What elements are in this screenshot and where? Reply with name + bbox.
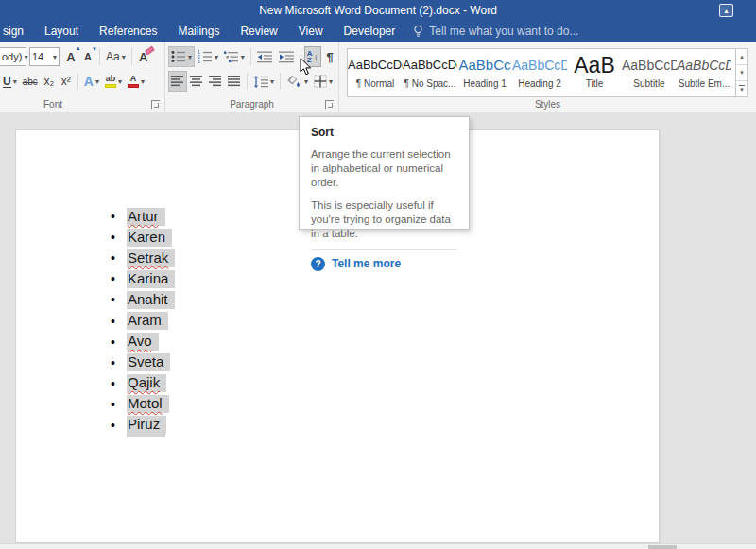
align-center-button[interactable]	[187, 71, 206, 92]
paragraph-dialog-launcher[interactable]	[325, 100, 334, 109]
list-item[interactable]: •Karina	[109, 268, 175, 289]
list-item[interactable]: •Sveta	[109, 352, 175, 373]
chevron-down-icon: ▾	[215, 53, 218, 61]
window-title: New Microsoft Word Document (2).docx - W…	[259, 4, 497, 17]
grow-font-button[interactable]: A▲	[62, 46, 79, 67]
tab-references[interactable]: References	[89, 21, 167, 42]
shrink-font-button[interactable]: A▼	[79, 46, 96, 67]
underline-button[interactable]: U▾	[0, 71, 20, 92]
horizontal-scrollbar[interactable]	[0, 543, 756, 549]
bullet-icon: •	[109, 376, 127, 391]
list-item[interactable]: •Anahit	[109, 289, 175, 310]
superscript-button[interactable]: x²	[58, 71, 75, 92]
align-right-button[interactable]	[206, 71, 225, 92]
tab-layout[interactable]: Layout	[34, 21, 89, 42]
bullet-icon: •	[109, 314, 127, 329]
strikethrough-button[interactable]: abc	[20, 71, 41, 92]
font-size-combo[interactable]: 14 ▾	[29, 47, 60, 66]
tab-review[interactable]: Review	[230, 21, 287, 42]
decrease-indent-icon	[257, 51, 273, 63]
style-subtitle[interactable]: AaBbCcD Subtitle	[622, 49, 677, 96]
multilevel-list-button[interactable]: ▾	[221, 46, 248, 67]
divider	[77, 73, 78, 90]
horizontal-scrollbar-thumb[interactable]	[648, 545, 677, 549]
list-item-text: Setrak	[127, 249, 175, 267]
list-item[interactable]: •Artur	[109, 206, 175, 227]
styles-scroll-up-button[interactable]: ▲	[736, 49, 747, 65]
style-no-spacing[interactable]: AaBbCcDc ¶ No Spac...	[403, 49, 457, 96]
font-group-label: Font	[0, 99, 164, 110]
bullet-icon: •	[109, 209, 127, 224]
font-color-button[interactable]: A ▾	[125, 71, 147, 92]
tooltip-body-1: Arrange the current selection in alphabe…	[311, 147, 457, 190]
change-case-button[interactable]: Aa▾	[103, 46, 129, 67]
tell-me-more-link[interactable]: ? Tell me more	[311, 257, 457, 271]
tab-mailings[interactable]: Mailings	[167, 21, 230, 42]
font-row-2: U▾ abc x₂ x² A▾ ab ▾	[0, 70, 164, 93]
subscript-button[interactable]: x₂	[41, 71, 58, 92]
font-name-combo[interactable]: ody) ▾	[0, 47, 26, 66]
list-item-text: Karina	[127, 270, 175, 288]
bullet-icon: •	[109, 418, 127, 433]
style-title[interactable]: AaB Title	[567, 49, 622, 96]
tab-developer[interactable]: Developer	[334, 21, 406, 42]
list-item[interactable]: •Setrak	[109, 248, 175, 268]
list-item[interactable]: •Qajik	[109, 373, 175, 394]
style-subtle-emphasis[interactable]: AaBbCcD Subtle Em...	[677, 49, 731, 96]
show-hide-marks-button[interactable]: ¶	[321, 46, 338, 67]
bullets-button[interactable]: ▾	[168, 46, 195, 67]
tooltip-body-2: This is especially useful if you're tryi…	[311, 198, 457, 241]
numbering-button[interactable]: 1 2 3 ▾	[195, 46, 221, 67]
help-circle-icon: ?	[311, 257, 325, 271]
ribbon-display-options-icon[interactable]: ▲	[719, 4, 733, 17]
svg-text:3: 3	[198, 59, 200, 63]
align-left-button[interactable]	[168, 71, 187, 92]
chevron-down-icon: ▾	[24, 53, 27, 61]
bullet-icon: •	[109, 335, 127, 350]
font-dialog-launcher[interactable]	[151, 100, 160, 109]
list-item-text: Artur	[127, 208, 165, 226]
word-window: New Microsoft Word Document (2).docx - W…	[0, 0, 756, 549]
text-highlight-color-button[interactable]: ab ▾	[102, 71, 125, 92]
down-caret-icon: ▼	[92, 46, 97, 52]
selection-tail	[127, 432, 165, 437]
styles-gallery-more-button[interactable]: ▼	[736, 81, 747, 96]
divider	[131, 48, 132, 65]
style-heading-2[interactable]: AaBbCcD Heading 2	[512, 49, 567, 96]
clear-formatting-button[interactable]: A	[135, 46, 152, 67]
list-item[interactable]: •Avo	[109, 332, 175, 352]
multilevel-list-icon	[224, 50, 239, 63]
chevron-down-icon: ▾	[95, 77, 99, 86]
styles-group: AaBbCcDc ¶ Normal AaBbCcDc ¶ No Spac... …	[338, 42, 756, 112]
font-name-value: ody)	[2, 51, 22, 62]
list-item-text: Sveta	[127, 353, 170, 371]
borders-button[interactable]: ▾	[311, 71, 335, 92]
style-normal[interactable]: AaBbCcDc ¶ Normal	[348, 49, 403, 96]
chevron-down-icon: ▾	[53, 53, 57, 61]
chevron-down-icon: ▾	[122, 53, 126, 61]
paragraph-group-label: Paragraph	[165, 99, 338, 110]
styles-scroll-down-button[interactable]: ▼	[736, 65, 747, 81]
justify-button[interactable]	[225, 71, 244, 92]
increase-indent-button[interactable]	[276, 46, 298, 67]
line-spacing-button[interactable]: ▾	[250, 71, 277, 92]
tell-me-box[interactable]: Tell me what you want to do...	[413, 25, 578, 38]
list-item[interactable]: •Karen	[109, 227, 175, 248]
list-item[interactable]: •Aram	[109, 310, 175, 331]
styles-gallery-scroll: ▲ ▼ ▼	[735, 49, 747, 96]
chevron-down-icon: ▾	[329, 77, 333, 86]
tab-design-partial[interactable]: sign	[0, 21, 34, 42]
list-item[interactable]: •Motol	[109, 394, 175, 415]
line-spacing-icon	[253, 76, 268, 88]
down-arrow-icon: ↓	[314, 51, 319, 62]
chevron-down-icon: ▾	[141, 77, 145, 86]
tab-view[interactable]: View	[288, 21, 334, 42]
increase-indent-icon	[279, 51, 295, 63]
decrease-indent-button[interactable]	[254, 46, 276, 67]
align-right-icon	[209, 76, 222, 87]
eraser-icon	[146, 45, 155, 54]
style-heading-1[interactable]: AaBbCc Heading 1	[457, 49, 512, 96]
text-effects-button[interactable]: A▾	[81, 71, 102, 92]
tooltip-title: Sort	[311, 126, 457, 139]
tell-me-more-label: Tell me more	[332, 257, 401, 270]
